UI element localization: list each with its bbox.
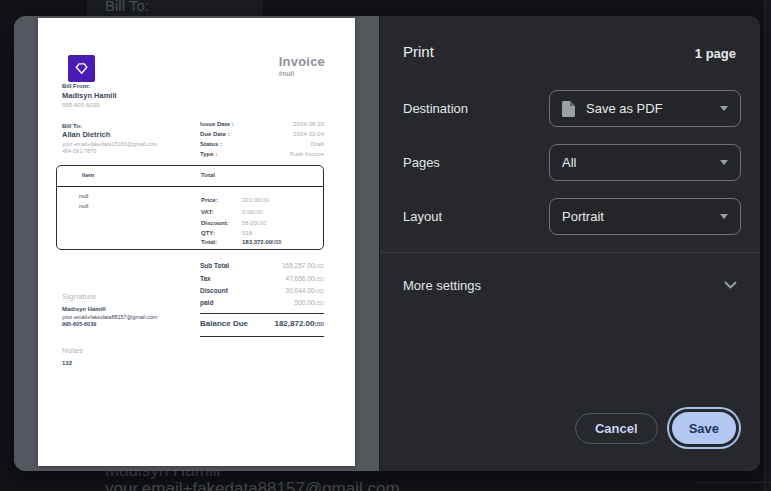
pages-label: Pages bbox=[403, 155, 549, 170]
subtotal-label: Sub Total bbox=[200, 262, 229, 269]
discount-total-label: Discount bbox=[200, 287, 228, 294]
notes-block: Notes 132 bbox=[62, 346, 83, 366]
status-label: Status : bbox=[200, 141, 222, 147]
bill-to-phone: 484-561-7870 bbox=[62, 148, 157, 154]
gem-logo-icon bbox=[74, 61, 89, 76]
discount-total-row: Discount 30,044.00USD bbox=[200, 287, 324, 294]
caret-down-icon bbox=[720, 106, 728, 111]
invoice-title: Invoice bbox=[279, 54, 325, 69]
caret-down-icon bbox=[720, 160, 728, 165]
due-date-value: 2024-02-04 bbox=[293, 131, 324, 137]
row-total-label: Total: bbox=[201, 239, 217, 245]
paid-row: paid 500.00USD bbox=[200, 299, 324, 306]
page-count: 1 page bbox=[695, 46, 736, 61]
due-date-label: Due Date : bbox=[200, 131, 230, 137]
discount-label: Discount: bbox=[201, 220, 229, 226]
bill-from-phone: 995-605-6039 bbox=[62, 102, 117, 108]
discount-value: 58.00USD bbox=[242, 220, 267, 226]
paid-label: paid bbox=[200, 299, 213, 306]
item-column-header: Item bbox=[82, 172, 94, 178]
table-header-divider bbox=[57, 186, 323, 187]
invoice-title-block: Invoice #null bbox=[279, 54, 325, 77]
layout-label: Layout bbox=[403, 209, 549, 224]
notes-value: 132 bbox=[62, 360, 83, 366]
item-line: null bbox=[79, 193, 88, 199]
discount-total-value: 30,044.00USD bbox=[286, 287, 324, 294]
price-value: 320.00USD bbox=[242, 197, 270, 203]
tax-value: 47,656.00USD bbox=[286, 275, 324, 282]
print-dialog-title: Print bbox=[403, 43, 434, 60]
qty-value: 518 bbox=[242, 230, 252, 236]
destination-dropdown[interactable]: Save as PDF bbox=[549, 90, 741, 127]
balance-due-label: Balance Due bbox=[200, 319, 248, 328]
invoice-number: #null bbox=[279, 70, 325, 77]
save-button[interactable]: Save bbox=[672, 412, 736, 444]
bill-to-email: your.email+fakedata15183@gmail.com bbox=[62, 141, 157, 147]
bill-from-block: Bill From: Madisyn Hamill 995-605-6039 bbox=[62, 83, 117, 108]
type-label: Type : bbox=[200, 151, 217, 157]
more-settings-toggle[interactable]: More settings bbox=[403, 271, 737, 299]
layout-dropdown[interactable]: Portrait bbox=[549, 198, 741, 235]
settings-divider bbox=[380, 252, 760, 253]
vat-label: VAT: bbox=[201, 209, 213, 215]
bill-to-name: Allan Dietrich bbox=[62, 130, 157, 139]
background-customer-email: your.email+fakedata88157@gmail.com bbox=[105, 479, 400, 491]
more-settings-label: More settings bbox=[403, 278, 481, 293]
type-value: Push Invoice bbox=[290, 151, 324, 157]
meta-row: Type : Push Invoice bbox=[200, 151, 324, 157]
document-icon bbox=[562, 101, 575, 117]
destination-value: Save as PDF bbox=[586, 101, 720, 116]
background-right-strip bbox=[765, 0, 771, 491]
pages-row: Pages All bbox=[403, 144, 741, 181]
row-total-value: 183,372.00USD bbox=[242, 239, 282, 245]
tax-label: Tax bbox=[200, 275, 211, 282]
chevron-down-icon bbox=[724, 281, 737, 289]
qty-label: QTY: bbox=[201, 230, 215, 236]
print-settings-panel: Print 1 page Destination Save as PDF Pag… bbox=[379, 16, 760, 471]
balance-due-value: 182,872.00USD bbox=[274, 319, 324, 328]
bill-from-label: Bill From: bbox=[62, 83, 117, 89]
meta-row: Issue Date : 2024-08-20 bbox=[200, 121, 324, 127]
meta-row: Due Date : 2024-02-04 bbox=[200, 131, 324, 137]
signature-email: your.email+fakedata88157@gmail.com bbox=[62, 314, 157, 320]
background-vertical-edge bbox=[764, 0, 765, 491]
vat-value: 0.00USD bbox=[242, 209, 263, 215]
subtotal-row: Sub Total 165,257.00USD bbox=[200, 262, 324, 269]
balance-due-row: Balance Due 182,872.00USD bbox=[200, 319, 324, 328]
signature-block: Signature Madisyn Hamill your.email+fake… bbox=[62, 292, 157, 327]
bill-to-block: Bill To: Allan Dietrich your.email+faked… bbox=[62, 123, 157, 154]
invoice-paper: Invoice #null Bill From: Madisyn Hamill … bbox=[38, 18, 355, 466]
signature-heading: Signature bbox=[62, 292, 157, 301]
caret-down-icon bbox=[720, 214, 728, 219]
tax-row: Tax 47,656.00USD bbox=[200, 275, 324, 282]
balance-divider bbox=[200, 336, 324, 337]
layout-row: Layout Portrait bbox=[403, 198, 741, 235]
company-logo bbox=[68, 55, 95, 82]
pages-dropdown[interactable]: All bbox=[549, 144, 741, 181]
bill-from-name: Madisyn Hamill bbox=[62, 91, 117, 100]
status-value: Draft bbox=[311, 141, 324, 147]
meta-row: Status : Draft bbox=[200, 141, 324, 147]
signature-phone: 995-605-6039 bbox=[62, 321, 157, 327]
background-horizontal-edge bbox=[696, 482, 771, 483]
paid-value: 500.00USD bbox=[295, 299, 324, 306]
dialog-footer: Cancel Save bbox=[575, 412, 740, 444]
price-label: Price: bbox=[201, 197, 218, 203]
invoice-items-table: Item Total null null Price: 320.00USD VA… bbox=[56, 165, 324, 250]
cancel-button[interactable]: Cancel bbox=[575, 413, 658, 444]
destination-row: Destination Save as PDF bbox=[403, 90, 741, 127]
notes-heading: Notes bbox=[62, 346, 83, 355]
bill-to-label: Bill To: bbox=[62, 123, 157, 129]
layout-value: Portrait bbox=[562, 209, 720, 224]
pages-value: All bbox=[562, 155, 720, 170]
background-bill-to-label: Bill To: bbox=[105, 0, 149, 14]
totals-divider bbox=[200, 313, 324, 314]
print-dialog: Invoice #null Bill From: Madisyn Hamill … bbox=[14, 16, 760, 471]
issue-date-value: 2024-08-20 bbox=[293, 121, 324, 127]
item-line: null bbox=[79, 203, 88, 209]
total-column-header: Total bbox=[201, 172, 215, 178]
issue-date-label: Issue Date : bbox=[200, 121, 234, 127]
destination-label: Destination bbox=[403, 101, 549, 116]
signature-name: Madisyn Hamill bbox=[62, 306, 157, 312]
subtotal-value: 165,257.00USD bbox=[282, 262, 324, 269]
